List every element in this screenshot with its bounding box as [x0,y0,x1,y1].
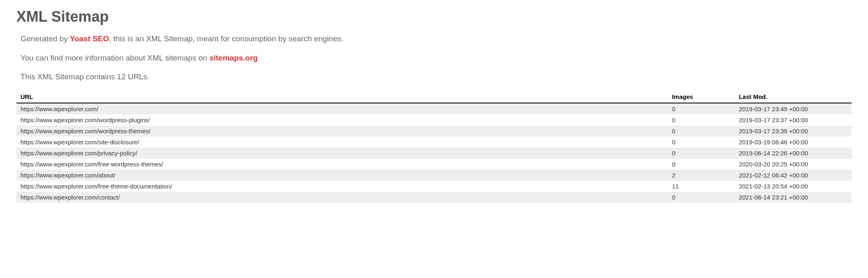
header-images: Images [668,91,735,103]
intro-line-2: You can find more information about XML … [20,53,852,64]
table-row: https://www.wpexplorer.com/wordpress-the… [16,126,852,137]
cell-images: 0 [668,126,735,137]
cell-lastmod: 2020-03-20 20:25 +00:00 [735,159,852,170]
cell-url: https://www.wpexplorer.com/about/ [16,170,668,181]
cell-images: 0 [668,114,735,126]
intro-line-1: Generated by Yoast SEO, this is an XML S… [20,34,852,45]
cell-url: https://www.wpexplorer.com/wordpress-the… [16,126,668,137]
table-row: https://www.wpexplorer.com/site-disclosu… [16,137,852,148]
cell-images: 0 [668,192,735,203]
cell-lastmod: 2019-03-17 23:39 +00:00 [735,126,852,137]
intro-line-1-suffix: , this is an XML Sitemap, meant for cons… [109,34,344,43]
cell-url: https://www.wpexplorer.com/ [16,103,668,114]
url-count-line: This XML Sitemap contains 12 URLs. [20,72,852,83]
cell-images: 0 [668,159,735,170]
cell-url: https://www.wpexplorer.com/site-disclosu… [16,137,668,148]
cell-images: 0 [668,103,735,114]
table-header-row: URL Images Last Mod. [16,91,852,103]
sitemaps-org-link[interactable]: sitemaps.org [209,54,258,62]
table-row: https://www.wpexplorer.com/privacy-polic… [16,148,852,159]
cell-lastmod: 2021-06-14 23:21 +00:00 [735,192,852,203]
yoast-seo-link[interactable]: Yoast SEO [70,34,109,43]
cell-lastmod: 2021-02-12 06:42 +00:00 [735,170,852,181]
cell-images: 11 [668,181,735,192]
cell-lastmod: 2019-06-14 22:26 +00:00 [735,148,852,159]
table-row: https://www.wpexplorer.com/free-theme-do… [16,181,852,192]
table-row: https://www.wpexplorer.com/contact/02021… [16,192,852,203]
page-title: XML Sitemap [16,8,852,25]
cell-images: 0 [668,148,735,159]
intro-line-2-suffix: . [258,54,260,62]
table-row: https://www.wpexplorer.com/free-wordpres… [16,159,852,170]
intro-line-2-prefix: You can find more information about XML … [20,54,209,62]
table-row: https://www.wpexplorer.com/02019-03-17 2… [16,103,852,114]
cell-lastmod: 2021-02-13 20:54 +00:00 [735,181,852,192]
header-url: URL [16,91,668,103]
intro-block: Generated by Yoast SEO, this is an XML S… [16,34,852,83]
cell-url: https://www.wpexplorer.com/wordpress-plu… [16,114,668,126]
cell-lastmod: 2019-03-17 23:37 +00:00 [735,114,852,126]
sitemap-table: URL Images Last Mod. https://www.wpexplo… [16,91,852,203]
table-row: https://www.wpexplorer.com/about/22021-0… [16,170,852,181]
cell-images: 2 [668,170,735,181]
cell-lastmod: 2019-03-19 06:48 +00:00 [735,137,852,148]
cell-url: https://www.wpexplorer.com/contact/ [16,192,668,203]
cell-url: https://www.wpexplorer.com/free-theme-do… [16,181,668,192]
cell-url: https://www.wpexplorer.com/privacy-polic… [16,148,668,159]
intro-line-1-prefix: Generated by [20,34,70,43]
table-row: https://www.wpexplorer.com/wordpress-plu… [16,114,852,126]
header-lastmod: Last Mod. [735,91,852,103]
cell-url: https://www.wpexplorer.com/free-wordpres… [16,159,668,170]
cell-lastmod: 2019-03-17 23:49 +00:00 [735,103,852,114]
cell-images: 0 [668,137,735,148]
